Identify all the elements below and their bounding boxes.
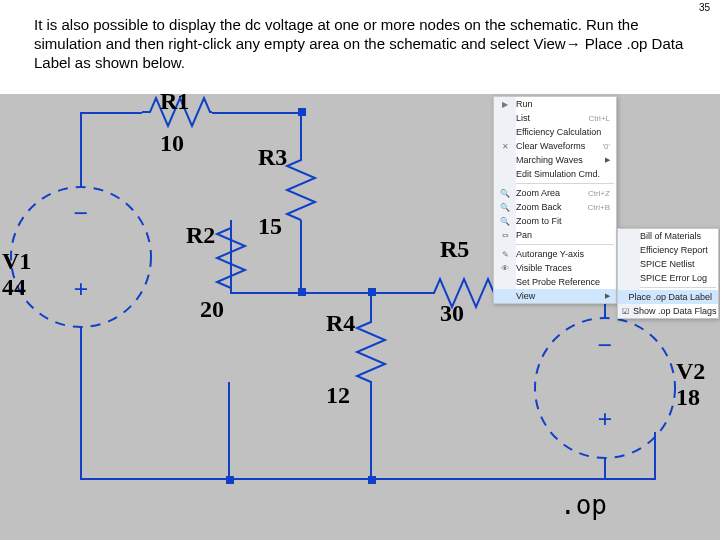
value-r2: 20 xyxy=(200,296,224,323)
menu-item[interactable]: Edit Simulation Cmd. xyxy=(494,167,616,181)
menu-label: Show .op Data Flags xyxy=(629,306,717,316)
menu-item[interactable]: 🔍Zoom AreaCtrl+Z xyxy=(494,186,616,200)
menu-label: Efficiency Calculation xyxy=(512,127,610,137)
instruction-text: It is also possible to display the dc vo… xyxy=(34,16,692,72)
label-r1: R1 xyxy=(160,88,189,115)
menu-separator xyxy=(640,287,716,288)
menu-label: SPICE Error Log xyxy=(636,273,712,283)
menu-item[interactable]: 🔍Zoom BackCtrl+B xyxy=(494,200,616,214)
menu-label: Autorange Y-axis xyxy=(512,249,610,259)
submenu-item[interactable]: Bill of Materials xyxy=(618,229,718,243)
menu-label: Zoom to Fit xyxy=(512,216,610,226)
label-r5: R5 xyxy=(440,236,469,263)
label-v1: V1 xyxy=(2,248,31,275)
spice-directive: .op xyxy=(560,490,607,520)
menu-label: Zoom Back xyxy=(512,202,580,212)
menu-item[interactable]: ✎Autorange Y-axis xyxy=(494,247,616,261)
menu-label: List xyxy=(512,113,580,123)
menu-label: Edit Simulation Cmd. xyxy=(512,169,610,179)
menu-item[interactable]: ✕Clear Waveforms'0' xyxy=(494,139,616,153)
label-v2: V2 xyxy=(676,358,705,385)
menu-label: View xyxy=(512,291,599,301)
menu-separator xyxy=(516,183,614,184)
menu-item[interactable]: 👁Visible Traces xyxy=(494,261,616,275)
menu-item[interactable]: ▶Run xyxy=(494,97,616,111)
menu-shortcut: '0' xyxy=(594,142,610,151)
menu-icon: 🔍 xyxy=(498,217,512,226)
submenu-item[interactable]: ☑Show .op Data Flags xyxy=(618,304,718,318)
page-number: 35 xyxy=(699,2,710,13)
svg-text:+: + xyxy=(74,275,89,304)
menu-label: Pan xyxy=(512,230,610,240)
menu-item[interactable]: Efficiency Calculation xyxy=(494,125,616,139)
svg-text:−: − xyxy=(598,331,613,360)
menu-item[interactable]: Set Probe Reference xyxy=(494,275,616,289)
value-r1: 10 xyxy=(160,130,184,157)
value-r5: 30 xyxy=(440,300,464,327)
submenu-arrow-icon: ▶ xyxy=(599,292,610,300)
value-r3: 15 xyxy=(258,213,282,240)
menu-icon: ☑ xyxy=(622,307,629,316)
menu-icon: 🔍 xyxy=(498,189,512,198)
submenu-arrow-icon: ▶ xyxy=(599,156,610,164)
value-v1: 44 xyxy=(2,274,26,301)
menu-label: SPICE Netlist xyxy=(636,259,712,269)
menu-shortcut: Ctrl+B xyxy=(580,203,610,212)
menu-label: Clear Waveforms xyxy=(512,141,594,151)
submenu-item[interactable]: Place .op Data Label xyxy=(618,290,718,304)
menu-icon: 👁 xyxy=(498,264,512,273)
menu-label: Set Probe Reference xyxy=(512,277,610,287)
label-r4: R4 xyxy=(326,310,355,337)
menu-icon: ▶ xyxy=(498,100,512,109)
menu-icon: ⇔ xyxy=(498,231,512,240)
value-r4: 12 xyxy=(326,382,350,409)
menu-separator xyxy=(516,244,614,245)
submenu-item[interactable]: Efficiency Report xyxy=(618,243,718,257)
instruction-text-main: It is also possible to display the dc vo… xyxy=(34,16,639,52)
submenu-item[interactable]: SPICE Error Log xyxy=(618,271,718,285)
menu-label: Efficiency Report xyxy=(636,245,712,255)
label-r2: R2 xyxy=(186,222,215,249)
menu-item[interactable]: 🔍Zoom to Fit xyxy=(494,214,616,228)
svg-text:+: + xyxy=(598,405,613,434)
menu-label: Run xyxy=(512,99,610,109)
menu-item[interactable]: Marching Waves▶ xyxy=(494,153,616,167)
label-r3: R3 xyxy=(258,144,287,171)
menu-label: Place .op Data Label xyxy=(624,292,712,302)
submenu-item[interactable]: SPICE Netlist xyxy=(618,257,718,271)
menu-item[interactable]: ListCtrl+L xyxy=(494,111,616,125)
menu-icon: ✎ xyxy=(498,250,512,259)
arrow-icon: → xyxy=(566,35,581,52)
menu-item[interactable]: ⇔Pan xyxy=(494,228,616,242)
menu-shortcut: Ctrl+Z xyxy=(580,189,610,198)
menu-label: Marching Waves xyxy=(512,155,599,165)
value-v2: 18 xyxy=(676,384,700,411)
menu-label: Zoom Area xyxy=(512,188,580,198)
menu-label: Bill of Materials xyxy=(636,231,712,241)
context-menu[interactable]: ▶RunListCtrl+LEfficiency Calculation✕Cle… xyxy=(493,96,617,304)
menu-icon: ✕ xyxy=(498,142,512,151)
menu-icon: 🔍 xyxy=(498,203,512,212)
menu-shortcut: Ctrl+L xyxy=(580,114,610,123)
view-submenu[interactable]: Bill of MaterialsEfficiency ReportSPICE … xyxy=(617,228,719,319)
menu-label: Visible Traces xyxy=(512,263,610,273)
svg-text:−: − xyxy=(74,199,89,228)
menu-item[interactable]: View▶ xyxy=(494,289,616,303)
schematic-canvas[interactable]: − + − + R1 10 R3 15 R2 20 R4 12 R5 30 V1… xyxy=(0,94,720,540)
